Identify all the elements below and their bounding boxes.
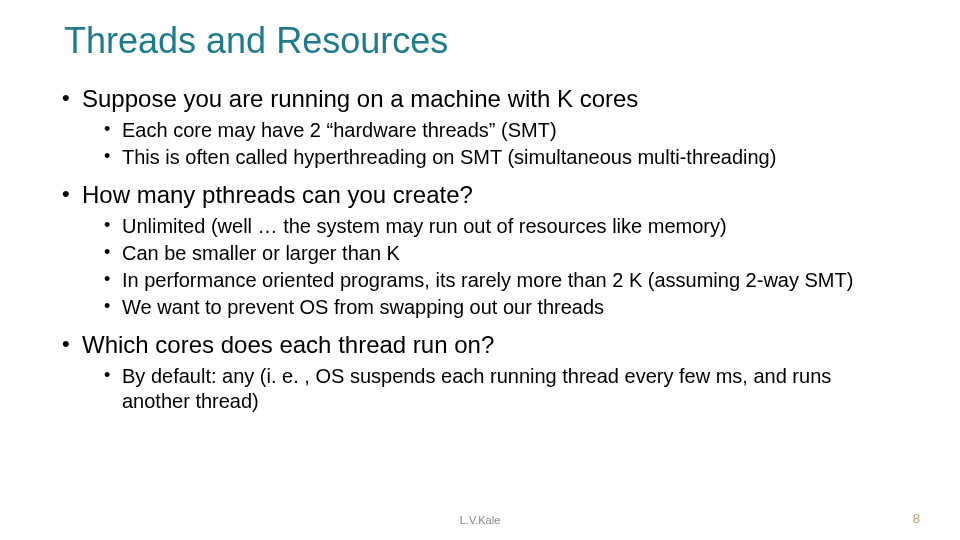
bullet-2-4: We want to prevent OS from swapping out … xyxy=(82,295,900,320)
bullet-2-2: Can be smaller or larger than K xyxy=(82,241,900,266)
bullet-2-1: Unlimited (well … the system may run out… xyxy=(82,214,900,239)
bullet-1-text: Suppose you are running on a machine wit… xyxy=(82,85,638,112)
bullet-3-sub: By default: any (i. e. , OS suspends eac… xyxy=(82,364,900,414)
bullet-list: Suppose you are running on a machine wit… xyxy=(60,84,900,414)
footer-author: L.V.Kale xyxy=(0,514,960,526)
bullet-2-sub: Unlimited (well … the system may run out… xyxy=(82,214,900,320)
slide: Threads and Resources Suppose you are ru… xyxy=(0,0,960,540)
bullet-1-sub: Each core may have 2 “hardware threads” … xyxy=(82,118,900,170)
bullet-3-1: By default: any (i. e. , OS suspends eac… xyxy=(82,364,900,414)
bullet-1-1: Each core may have 2 “hardware threads” … xyxy=(82,118,900,143)
bullet-2-text: How many pthreads can you create? xyxy=(82,181,473,208)
slide-title: Threads and Resources xyxy=(64,20,900,62)
bullet-2-3: In performance oriented programs, its ra… xyxy=(82,268,900,293)
bullet-3: Which cores does each thread run on? By … xyxy=(60,330,900,414)
footer-page-number: 8 xyxy=(913,511,920,526)
bullet-1-2: This is often called hyperthreading on S… xyxy=(82,145,900,170)
bullet-1: Suppose you are running on a machine wit… xyxy=(60,84,900,170)
bullet-2: How many pthreads can you create? Unlimi… xyxy=(60,180,900,320)
bullet-3-text: Which cores does each thread run on? xyxy=(82,331,494,358)
